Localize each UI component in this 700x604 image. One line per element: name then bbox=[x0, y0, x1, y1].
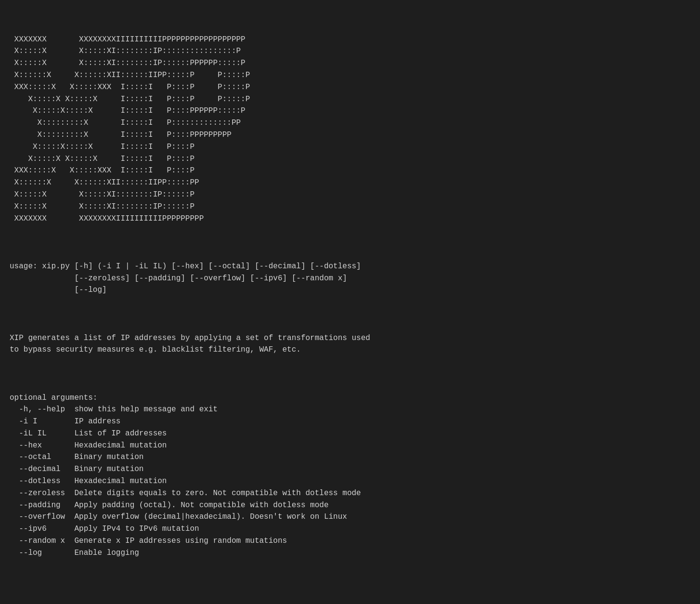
args-section: optional arguments: -h, --help show this… bbox=[10, 380, 690, 559]
terminal-output: XXXXXXX XXXXXXXXIIIIIIIIIIPPPPPPPPPPPPPP… bbox=[10, 10, 690, 571]
optional-header: optional arguments: bbox=[10, 394, 97, 402]
usage-line3: [--log] bbox=[10, 286, 107, 294]
usage-line1: usage: xip.py [-h] (-i I | -iL IL) [--he… bbox=[10, 262, 361, 271]
description-line1: XIP generates a list of IP addresses by … bbox=[10, 334, 370, 342]
usage-line2: [--zeroless] [--padding] [--overflow] [-… bbox=[10, 274, 347, 283]
usage-section: usage: xip.py [-h] (-i I | -iL IL) [--he… bbox=[10, 249, 690, 296]
ascii-art-section: XXXXXXX XXXXXXXXIIIIIIIIIIPPPPPPPPPPPPPP… bbox=[10, 22, 690, 225]
description-section: XIP generates a list of IP addresses by … bbox=[10, 320, 690, 356]
description-line2: to bypass security measures e.g. blackli… bbox=[10, 345, 301, 354]
